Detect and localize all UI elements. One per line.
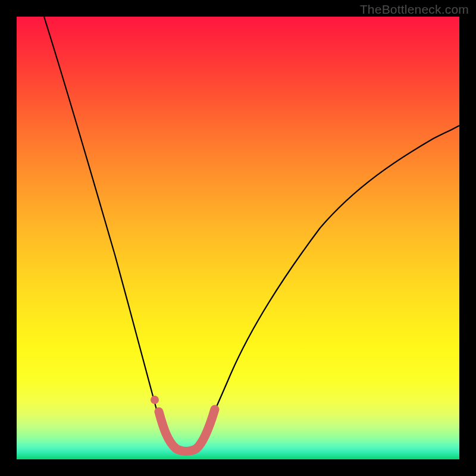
- left-curve: [44, 17, 175, 451]
- accent-trough: [159, 409, 215, 452]
- right-curve: [195, 126, 459, 451]
- curve-overlay: [17, 17, 459, 459]
- accent-dot: [151, 396, 159, 404]
- watermark-text: TheBottleneck.com: [360, 2, 469, 17]
- chart-frame: TheBottleneck.com: [0, 0, 476, 476]
